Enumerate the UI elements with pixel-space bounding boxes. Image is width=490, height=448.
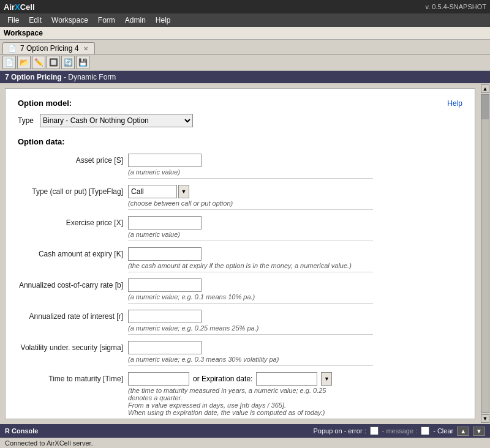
expiration-date-dropdown-button[interactable]: ▼ <box>321 372 332 386</box>
form-title-bold: 7 Option Pricing <box>5 73 62 81</box>
scroll-down-button[interactable]: ▼ <box>473 427 485 436</box>
volatility-label: Volatility under. security [sigma] <box>18 341 128 352</box>
menubar: File Edit Workspace Form Admin Help <box>0 13 490 27</box>
workspace-bar: Workspace <box>0 27 490 40</box>
bottom-bar-right: Popup on - error : ✓ - message : - Clear… <box>313 427 485 436</box>
type-label: Type <box>18 116 34 125</box>
tab-bar: 📄 7 Option Pricing 4 ✕ <box>0 40 490 54</box>
time-hint: (the time to maturity measured in years,… <box>128 387 373 419</box>
exercise-price-label: Exercise price [X] <box>18 216 128 227</box>
scrollbar-thumb[interactable] <box>481 95 489 119</box>
option-model-title: Option model: <box>18 99 72 108</box>
time-hint-line3: From a value expressed in days, use [nb … <box>128 401 286 409</box>
typeflag-hint: (choose between call or put option) <box>128 200 373 210</box>
form-panel: Option model: Help Type Binary - Cash Or… <box>5 88 475 419</box>
help-link[interactable]: Help <box>447 99 462 108</box>
asset-price-input[interactable] <box>128 154 202 167</box>
time-hint-line4: When using th expiration date, the value… <box>128 409 325 416</box>
scrollbar-up-button[interactable]: ▲ <box>481 84 489 93</box>
tab-label: 7 Option Pricing 4 <box>20 44 78 53</box>
option-model-header: Option model: Help <box>18 99 462 108</box>
toolbar-refresh-button[interactable]: 🔄 <box>61 56 75 69</box>
carry-rate-content: (a numeric value; e.g. 0.1 means 10% pa.… <box>128 278 462 304</box>
typeflag-input[interactable] <box>128 185 177 198</box>
time-maturity-label: Time to maturity [Time] <box>18 372 128 383</box>
time-maturity-content: or Expiration date: ▼ (the time to matur… <box>128 372 462 419</box>
carry-rate-input[interactable] <box>128 278 202 292</box>
or-text: or Expiration date: <box>193 375 252 383</box>
typeflag-content: ▼ (choose between call or put option) <box>128 185 462 210</box>
menu-workspace[interactable]: Workspace <box>47 15 93 26</box>
time-hint-line1: (the time to maturity measured in years,… <box>128 387 326 394</box>
option-data-title: Option data: <box>18 137 462 146</box>
form-title-rest: - Dynamic Form <box>62 73 116 81</box>
asset-price-label: Asset price [S] <box>18 154 128 165</box>
clear-label: - Clear <box>433 427 453 435</box>
carry-rate-row: Annualized cost-of-carry rate [b] (a num… <box>18 278 462 304</box>
toolbar-edit-button[interactable]: ✏️ <box>32 56 45 69</box>
type-select[interactable]: Binary - Cash Or Nothing Option <box>40 114 193 127</box>
carry-rate-hint: (a numeric value; e.g. 0.1 means 10% pa.… <box>128 293 373 304</box>
exercise-price-content: (a numeric value) <box>128 216 462 241</box>
titlebar: AirXCell v. 0.5.4-SNAPSHOT <box>0 0 490 13</box>
form-title-bar: 7 Option Pricing - Dynamic Form <box>0 71 490 83</box>
asset-price-hint: (a numeric value) <box>128 168 373 179</box>
cash-amount-content: (the cash amount at expiry if the option… <box>128 247 462 272</box>
menu-form[interactable]: Form <box>93 15 120 26</box>
interest-rate-content: (a numeric value; e.g. 0.25 means 25% pa… <box>128 310 462 335</box>
type-row: Type Binary - Cash Or Nothing Option <box>18 114 462 127</box>
tab-close-button[interactable]: ✕ <box>82 45 89 52</box>
version-label: v. 0.5.4-SNAPSHOT <box>426 3 486 10</box>
volatility-hint: (a numeric value; e.g. 0.3 means 30% vol… <box>128 356 373 366</box>
message-checkbox[interactable] <box>421 427 429 435</box>
asset-price-row: Asset price [S] (a numeric value) <box>18 154 462 179</box>
expiration-date-input[interactable] <box>256 372 317 386</box>
status-bar: Connected to AirXCell server. <box>0 438 490 448</box>
volatility-row: Volatility under. security [sigma] (a nu… <box>18 341 462 366</box>
app-logo: AirXCell <box>4 2 35 12</box>
toolbar-new-button[interactable]: 📄 <box>2 56 16 69</box>
interest-rate-row: Annualized rate of interest [r] (a numer… <box>18 310 462 335</box>
scrollbar[interactable]: ▲ ▼ <box>480 83 490 424</box>
scroll-up-button[interactable]: ▲ <box>457 427 469 436</box>
typeflag-label: Type (call or put) [TypeFlag] <box>18 185 128 196</box>
carry-rate-label: Annualized cost-of-carry rate [b] <box>18 278 128 289</box>
popup-checkbox[interactable]: ✓ <box>370 427 379 435</box>
interest-rate-hint: (a numeric value; e.g. 0.25 means 25% pa… <box>128 324 373 335</box>
message-label: - message : <box>382 427 417 435</box>
exercise-price-row: Exercise price [X] (a numeric value) <box>18 216 462 241</box>
active-tab[interactable]: 📄 7 Option Pricing 4 ✕ <box>2 42 95 54</box>
volatility-content: (a numeric value; e.g. 0.3 means 30% vol… <box>128 341 462 366</box>
menu-admin[interactable]: Admin <box>120 15 151 26</box>
popup-label: Popup on - error : <box>313 427 366 435</box>
cash-amount-input[interactable] <box>128 247 202 261</box>
bottom-bar: R Console Popup on - error : ✓ - message… <box>0 424 490 438</box>
workspace-label: Workspace <box>4 29 43 37</box>
cash-amount-hint: (the cash amount at expiry if the option… <box>128 262 373 272</box>
typeflag-dropdown-button[interactable]: ▼ <box>178 185 189 198</box>
cash-amount-row: Cash amount at expiry [K] (the cash amou… <box>18 247 462 272</box>
main-area: Option model: Help Type Binary - Cash Or… <box>0 83 490 424</box>
typeflag-wrapper: ▼ <box>128 185 462 198</box>
interest-rate-input[interactable] <box>128 310 202 323</box>
volatility-input[interactable] <box>128 341 202 354</box>
time-hint-line2: denotes a quarter. <box>128 394 183 401</box>
cash-amount-label: Cash amount at expiry [K] <box>18 247 128 258</box>
time-row-content: or Expiration date: ▼ <box>128 372 462 386</box>
typeflag-row: Type (call or put) [TypeFlag] ▼ (choose … <box>18 185 462 210</box>
menu-help[interactable]: Help <box>151 15 176 26</box>
interest-rate-label: Annualized rate of interest [r] <box>18 310 128 321</box>
toolbar-save-button[interactable]: 💾 <box>76 56 89 69</box>
toolbar-open-button[interactable]: 📂 <box>17 56 31 69</box>
exercise-price-hint: (a numeric value) <box>128 231 373 241</box>
time-maturity-input[interactable] <box>128 372 189 386</box>
tab-icon: 📄 <box>8 45 17 53</box>
exercise-price-input[interactable] <box>128 216 202 230</box>
scrollbar-track[interactable] <box>481 94 489 413</box>
status-message: Connected to AirXCell server. <box>5 439 93 447</box>
asset-price-content: (a numeric value) <box>128 154 462 179</box>
menu-edit[interactable]: Edit <box>24 15 47 26</box>
toolbar-box-button[interactable]: 🔲 <box>47 56 60 69</box>
scrollbar-down-button[interactable]: ▼ <box>481 414 489 423</box>
menu-file[interactable]: File <box>2 15 24 26</box>
